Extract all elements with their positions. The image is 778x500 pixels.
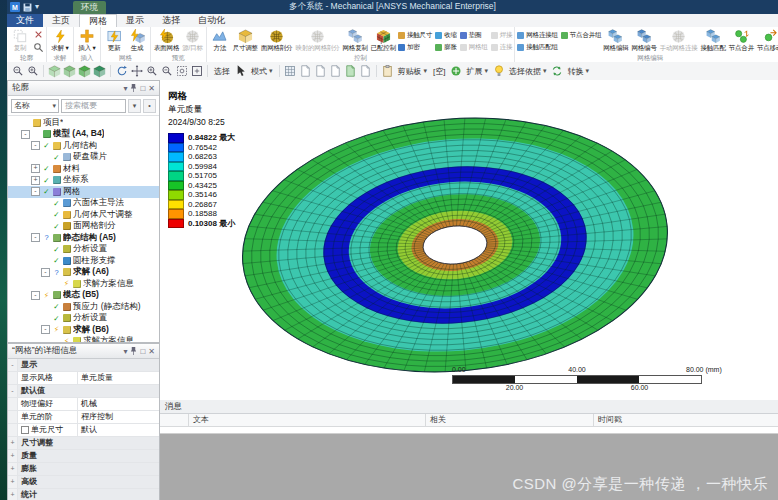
section-expander-icon[interactable]: - [8, 359, 18, 371]
messages-header[interactable]: 消息 [160, 400, 778, 414]
mesh-edit-button[interactable]: 网格编辑 [602, 28, 629, 53]
section-expander-icon[interactable]: + [8, 476, 18, 488]
panel-menu-caret-icon[interactable]: ▾ [123, 347, 127, 356]
section-expander-icon[interactable]: + [8, 489, 18, 500]
messages-column-1[interactable]: 文本 [188, 414, 209, 426]
mode-dropdown[interactable]: 模式▾ [249, 66, 275, 77]
rotate-icon[interactable] [115, 65, 128, 78]
messages-column-2[interactable]: 相关 [425, 414, 446, 426]
cubee-icon[interactable] [63, 65, 76, 78]
clipboard-empty-label[interactable]: [空] [431, 66, 447, 77]
tree-item[interactable]: +✓材料 [8, 163, 159, 175]
ribbon-small-button[interactable]: 垫圈 [460, 29, 488, 41]
details-section-header[interactable]: +尺寸调整 [8, 437, 159, 450]
details-section-header[interactable]: -显示 [8, 359, 159, 372]
filter-options-icon[interactable]: • [143, 99, 156, 113]
details-section-header[interactable]: -默认值 [8, 385, 159, 398]
tree-expander-icon[interactable]: + [31, 176, 40, 185]
zoomout-icon[interactable] [11, 65, 24, 78]
section-expander-icon[interactable]: - [8, 385, 18, 397]
tree-expander-icon[interactable]: - [31, 187, 40, 196]
zoomfit-icon[interactable] [190, 65, 203, 78]
tree-item[interactable]: ✓圆柱形支撑 [8, 255, 159, 267]
tab-主页[interactable]: 主页 [43, 14, 79, 27]
section-expander-icon[interactable]: + [8, 437, 18, 449]
ribbon-small-button[interactable]: 收缩 [435, 29, 457, 41]
tree-item[interactable]: ✓六面体主导法 [8, 198, 159, 210]
update-button[interactable]: 更新 [103, 28, 125, 53]
zoomp-icon[interactable] [145, 65, 158, 78]
checkbox[interactable] [21, 426, 29, 434]
tree-item[interactable]: ✓面网格剖分 [8, 221, 159, 233]
close-icon[interactable]: ✕ [148, 84, 155, 93]
section-expander-icon[interactable]: + [8, 450, 18, 462]
close-icon[interactable]: ✕ [148, 347, 155, 356]
ribbon-small-button[interactable]: 网格连接组 [517, 29, 558, 41]
tree-item[interactable]: -模型 (A4, B4) [8, 129, 159, 141]
tab-文件[interactable]: 文件 [7, 14, 43, 27]
ext-icon[interactable] [449, 65, 462, 78]
tree-item[interactable]: -⚡求解 (B6) [8, 324, 159, 336]
face-meshing-button[interactable]: 面网格剖分 [260, 28, 294, 53]
graphics-viewport[interactable]: 网格 单元质量 2024/9/30 8:25 0.84822 最大0.76542… [160, 80, 778, 400]
tree-item[interactable]: -✓网格 [8, 186, 159, 198]
ribbon-small-button[interactable]: 节点合并组 [561, 29, 602, 41]
select-by-dropdown[interactable]: 选择依据▾ [507, 66, 549, 77]
tree-expander-icon[interactable]: - [21, 130, 30, 139]
cursor-icon[interactable] [234, 65, 247, 78]
node-move-button[interactable]: 节点移动 [756, 28, 778, 53]
tree-expander-icon[interactable]: - [31, 141, 40, 150]
mesh-plot[interactable] [160, 80, 778, 400]
tree-item[interactable]: ✓分析设置 [8, 313, 159, 325]
clipboard-icon[interactable] [381, 65, 394, 78]
zoomin-icon[interactable] [26, 65, 39, 78]
context-tab-environment[interactable]: 环境 [73, 1, 106, 14]
select-dropdown[interactable]: 选择 [212, 66, 232, 77]
details-section-header[interactable]: +统计 [8, 489, 159, 500]
ribbon-small-button[interactable]: 接触匹配组 [517, 41, 558, 53]
pin-icon[interactable] [130, 347, 137, 355]
tree-item[interactable]: 项目* [8, 117, 159, 129]
details-section-header[interactable]: +高级 [8, 476, 159, 489]
contact-match-button[interactable]: 接触匹配 [700, 28, 727, 53]
surface-mesh-button[interactable]: 表面网格 [153, 28, 180, 53]
tree-item[interactable]: ✓预应力 (静态结构) [8, 301, 159, 313]
message-row[interactable] [160, 427, 778, 434]
zoombox-icon[interactable] [175, 65, 188, 78]
tab-选择[interactable]: 选择 [153, 14, 189, 27]
bulb-icon[interactable] [492, 65, 505, 78]
tree-item[interactable]: ✓分析设置 [8, 244, 159, 256]
insert-button[interactable]: 插入 ▾ [76, 28, 98, 53]
details-section-header[interactable]: +膨胀 [8, 463, 159, 476]
tree-item[interactable]: ⚡求解方案信息 [8, 336, 159, 344]
search-icon[interactable] [32, 42, 44, 53]
details-section-header[interactable]: +质量 [8, 450, 159, 463]
doc-icon[interactable] [299, 65, 312, 78]
tree-expander-icon[interactable]: + [31, 164, 40, 173]
tab-网格[interactable]: 网格 [79, 14, 117, 27]
save-icon[interactable] [23, 3, 32, 12]
close-icon[interactable] [32, 29, 44, 40]
ribbon-small-button[interactable]: 接触尺寸 [398, 29, 432, 41]
doc-icon[interactable] [359, 65, 372, 78]
pin-icon[interactable] [130, 84, 137, 92]
ribbon-small-button[interactable]: 膨胀 [435, 41, 457, 53]
tree-item[interactable]: ✓几何体尺寸调整 [8, 209, 159, 221]
clipboard-dropdown[interactable]: 剪贴板▾ [396, 66, 430, 77]
convert-dropdown[interactable]: 转换▾ [566, 66, 592, 77]
tree-item[interactable]: -?求解 (A6) [8, 267, 159, 279]
zoomm-icon[interactable] [160, 65, 173, 78]
cubeb-icon[interactable] [93, 65, 106, 78]
method-button[interactable]: 方法 [209, 28, 231, 53]
tab-自动化[interactable]: 自动化 [189, 14, 234, 27]
mesh-copy-button[interactable]: 网格复制 [342, 28, 369, 53]
tree-item[interactable]: -✓几何结构 [8, 140, 159, 152]
section-expander-icon[interactable]: + [8, 463, 18, 475]
sizing-button[interactable]: 尺寸调整 [232, 28, 259, 53]
doc-icon[interactable] [329, 65, 342, 78]
quick-access-caret-icon[interactable]: ▾ [35, 2, 39, 12]
panel-menu-caret-icon[interactable]: ▾ [123, 84, 127, 93]
property-value[interactable]: 机械 [78, 398, 159, 410]
tab-显示[interactable]: 显示 [117, 14, 153, 27]
tree-expander-icon[interactable]: - [31, 291, 40, 300]
